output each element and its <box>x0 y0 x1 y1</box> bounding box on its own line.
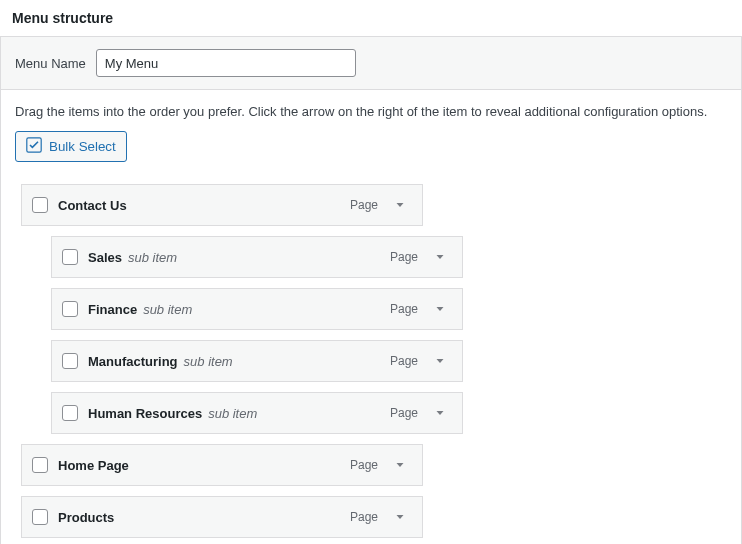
menu-items-list: Contact Us Page Sales sub item Page Fina… <box>15 184 727 538</box>
item-checkbox[interactable] <box>32 197 48 213</box>
item-type: Page <box>350 458 378 472</box>
menu-item[interactable]: Finance sub item Page <box>51 288 463 330</box>
item-title: Home Page <box>58 458 129 473</box>
item-checkbox[interactable] <box>62 301 78 317</box>
item-title: Sales <box>88 250 122 265</box>
menu-item[interactable]: Human Resources sub item Page <box>51 392 463 434</box>
item-title: Contact Us <box>58 198 127 213</box>
item-title: Manufacturing <box>88 354 178 369</box>
item-type: Page <box>390 302 418 316</box>
item-type: Page <box>390 354 418 368</box>
item-title: Products <box>58 510 114 525</box>
menu-item[interactable]: Sales sub item Page <box>51 236 463 278</box>
item-checkbox[interactable] <box>32 509 48 525</box>
sub-item-label: sub item <box>143 302 192 317</box>
menu-item[interactable]: Manufacturing sub item Page <box>51 340 463 382</box>
chevron-down-icon[interactable] <box>428 401 452 425</box>
chevron-down-icon[interactable] <box>428 245 452 269</box>
chevron-down-icon[interactable] <box>428 297 452 321</box>
menu-item[interactable]: Products Page <box>21 496 423 538</box>
menu-item[interactable]: Contact Us Page <box>21 184 423 226</box>
instructions-text: Drag the items into the order you prefer… <box>15 104 727 119</box>
bulk-select-button[interactable]: Bulk Select <box>15 131 127 162</box>
item-type: Page <box>390 406 418 420</box>
item-checkbox[interactable] <box>62 249 78 265</box>
menu-item[interactable]: Home Page Page <box>21 444 423 486</box>
item-title: Finance <box>88 302 137 317</box>
item-title: Human Resources <box>88 406 202 421</box>
chevron-down-icon[interactable] <box>428 349 452 373</box>
panel-title: Menu structure <box>0 0 742 36</box>
item-type: Page <box>390 250 418 264</box>
bulk-select-label: Bulk Select <box>49 139 116 154</box>
menu-name-label: Menu Name <box>15 56 86 71</box>
sub-item-label: sub item <box>184 354 233 369</box>
item-type: Page <box>350 510 378 524</box>
sub-item-label: sub item <box>128 250 177 265</box>
chevron-down-icon[interactable] <box>388 505 412 529</box>
menu-name-input[interactable] <box>96 49 356 77</box>
chevron-down-icon[interactable] <box>388 193 412 217</box>
item-checkbox[interactable] <box>62 405 78 421</box>
item-type: Page <box>350 198 378 212</box>
checkbox-checked-icon <box>26 137 42 156</box>
item-checkbox[interactable] <box>32 457 48 473</box>
chevron-down-icon[interactable] <box>388 453 412 477</box>
item-checkbox[interactable] <box>62 353 78 369</box>
sub-item-label: sub item <box>208 406 257 421</box>
